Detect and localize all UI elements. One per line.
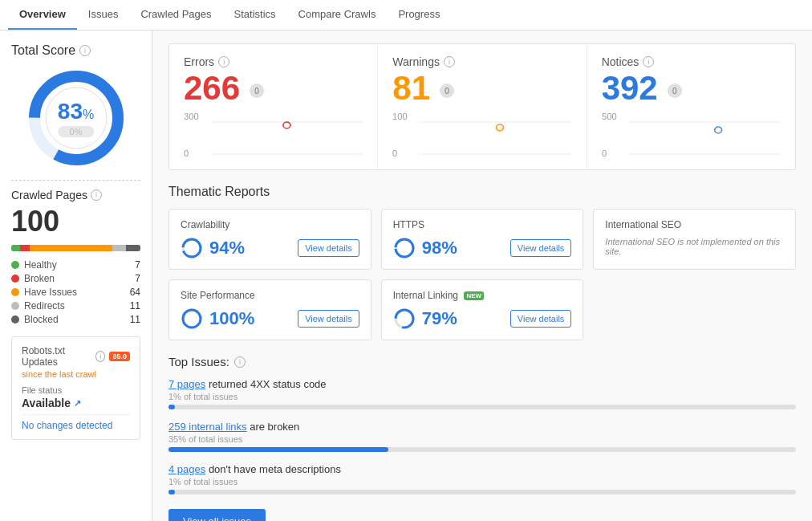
nav-compare-crawls[interactable]: Compare Crawls: [287, 0, 388, 30]
issue-3-link[interactable]: 4 pages: [168, 463, 205, 475]
svg-text:0: 0: [602, 149, 607, 158]
issue-1-link[interactable]: 7 pages: [168, 378, 205, 390]
notices-label: Notices: [602, 55, 639, 68]
no-changes-text: No changes detected: [22, 420, 130, 431]
issue-item-2: 259 internal links are broken 35% of tot…: [168, 421, 796, 452]
notices-title: Notices i: [602, 55, 781, 68]
issue-1-text: 7 pages returned 4XX status code: [168, 378, 796, 390]
file-status-text: Available: [22, 397, 71, 409]
issue-2-rest: are broken: [247, 421, 300, 433]
errors-metric: Errors i 266 0 300 0: [169, 44, 378, 169]
broken-label: Broken: [24, 273, 55, 284]
nav-statistics[interactable]: Statistics: [223, 0, 287, 30]
external-link-icon[interactable]: ↗: [74, 398, 81, 409]
broken-dot: [11, 275, 19, 283]
robots-info-icon[interactable]: i: [95, 351, 105, 362]
issues-dot: [11, 288, 19, 296]
warnings-sparkline-svg: 100 0: [392, 110, 571, 158]
crawlability-body: 94% View details: [181, 237, 359, 259]
crawlability-card: Crawlability 94% View details: [168, 209, 371, 270]
top-issues-label: Top Issues:: [168, 355, 229, 368]
score-donut-wrap: 83% 0%: [11, 66, 140, 170]
warnings-badge: 0: [440, 83, 454, 98]
errors-badge: 0: [250, 83, 264, 98]
new-badge: NEW: [464, 291, 484, 300]
site-performance-view-details-btn[interactable]: View details: [298, 310, 359, 328]
issue-2-link[interactable]: 259 internal links: [168, 421, 247, 433]
nav-issues[interactable]: Issues: [77, 0, 130, 30]
issue-3-rest: don't have meta descriptions: [205, 463, 341, 475]
svg-point-7: [283, 122, 290, 128]
crawled-pages-info-icon[interactable]: i: [91, 189, 102, 201]
svg-point-17: [714, 127, 721, 133]
legend-broken: Broken 7: [11, 273, 140, 284]
site-performance-body: 100% View details: [181, 307, 359, 330]
internal-linking-title: Internal Linking: [393, 290, 458, 301]
internal-linking-donut: [393, 307, 416, 330]
issue-3-subtext: 1% of total issues: [168, 477, 796, 486]
site-performance-donut: [181, 307, 203, 330]
blocked-dot: [11, 315, 19, 324]
legend-healthy: Healthy 7: [11, 259, 140, 271]
total-score-info-icon[interactable]: i: [79, 45, 91, 56]
internal-linking-card: Internal Linking NEW 79% View details: [381, 279, 584, 340]
thematic-grid: Crawlability 94% View details: [168, 209, 796, 340]
robots-divider: [22, 414, 130, 415]
total-score-heading: Total Score i: [11, 43, 140, 58]
intl-seo-title: International SEO: [605, 219, 784, 230]
redirects-segment: [112, 245, 127, 251]
main-layout: Total Score i 83% 0%: [0, 31, 812, 521]
issue-item-3: 4 pages don't have meta descriptions 1% …: [168, 463, 796, 495]
svg-point-19: [183, 239, 201, 257]
https-body: 98% View details: [393, 237, 572, 259]
intl-seo-card: International SEO International SEO is n…: [593, 209, 796, 270]
redirects-label: Redirects: [24, 300, 65, 311]
top-navigation: Overview Issues Crawled Pages Statistics…: [0, 0, 812, 31]
notices-sparkline-svg: 500 0: [602, 110, 781, 158]
issue-2-bar-wrap: [168, 447, 796, 452]
svg-text:100: 100: [392, 112, 408, 121]
issue-2-text: 259 internal links are broken: [168, 421, 796, 433]
issues-segment: [30, 245, 112, 251]
top-issues-info-icon[interactable]: i: [234, 356, 246, 368]
svg-text:300: 300: [184, 112, 199, 121]
healthy-label: Healthy: [24, 259, 57, 271]
site-performance-title: Site Performance: [181, 290, 359, 301]
legend-blocked: Blocked 11: [11, 314, 140, 325]
nav-overview[interactable]: Overview: [8, 0, 77, 30]
redirects-count: 11: [130, 300, 140, 311]
https-donut: [393, 237, 416, 259]
metrics-row: Errors i 266 0 300 0: [168, 43, 796, 170]
view-all-issues-button[interactable]: View all issues: [168, 509, 266, 521]
notices-info-icon[interactable]: i: [643, 56, 654, 67]
issues-count: 64: [130, 287, 140, 298]
robots-title: Robots.txt Updates i 85.0: [22, 345, 130, 368]
broken-count: 7: [135, 273, 140, 284]
blocked-count: 11: [130, 314, 140, 325]
thematic-reports-title: Thematic Reports: [168, 185, 796, 199]
nav-progress[interactable]: Progress: [387, 0, 451, 30]
warnings-sparkline: 100 0: [392, 110, 571, 158]
errors-info-icon[interactable]: i: [218, 56, 229, 67]
main-content: Errors i 266 0 300 0: [152, 31, 812, 521]
healthy-count: 7: [135, 259, 140, 271]
issue-2-bar: [168, 447, 388, 452]
robots-title-text: Robots.txt Updates: [22, 345, 91, 368]
internal-linking-view-details-btn[interactable]: View details: [510, 310, 572, 328]
crawled-pages-heading: Crawled Pages i: [11, 189, 140, 201]
warnings-info-icon[interactable]: i: [444, 56, 455, 67]
total-score-label: Total Score: [11, 43, 75, 58]
https-view-details-btn[interactable]: View details: [510, 239, 572, 257]
donut-center: 83% 0%: [58, 99, 94, 137]
errors-sparkline: 300 0: [184, 110, 363, 158]
nav-crawled-pages[interactable]: Crawled Pages: [129, 0, 222, 30]
crawlability-view-details-btn[interactable]: View details: [298, 239, 359, 257]
svg-point-21: [396, 239, 413, 257]
pages-progress-bar: [11, 245, 140, 251]
crawlability-pct: 94%: [209, 238, 245, 258]
internal-linking-title-wrap: Internal Linking NEW: [393, 290, 572, 301]
warnings-title: Warnings i: [392, 55, 571, 68]
https-title: HTTPS: [393, 219, 572, 230]
site-performance-card: Site Performance 100% View details: [168, 279, 371, 340]
top-issues-heading: Top Issues: i: [168, 355, 796, 368]
